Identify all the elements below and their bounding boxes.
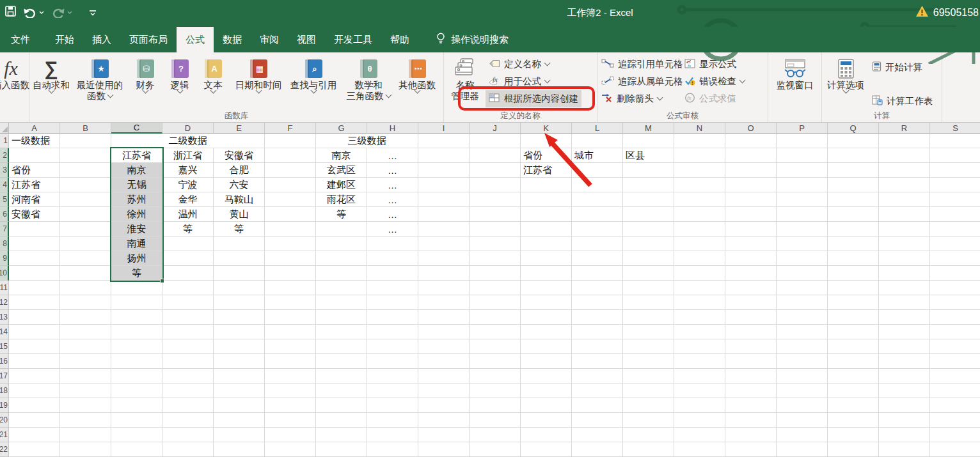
- cell-L20[interactable]: [572, 413, 623, 428]
- cell-I2[interactable]: [418, 148, 470, 163]
- cell-J15[interactable]: [470, 339, 521, 354]
- cell-D18[interactable]: [162, 383, 214, 398]
- cell-N15[interactable]: [674, 339, 725, 354]
- cell-G8[interactable]: [316, 236, 367, 251]
- cell-I9[interactable]: [418, 251, 470, 266]
- cell-M7[interactable]: [623, 222, 674, 236]
- cell-A22[interactable]: [9, 442, 60, 457]
- cell-G20[interactable]: [316, 413, 367, 428]
- cell-F22[interactable]: [265, 442, 316, 457]
- cell-K6[interactable]: [521, 207, 572, 222]
- cell-K8[interactable]: [521, 236, 572, 251]
- cell-M13[interactable]: [623, 310, 674, 325]
- cell-N8[interactable]: [674, 236, 725, 251]
- cell-D10[interactable]: [162, 266, 214, 281]
- column-header-B[interactable]: B: [60, 123, 111, 134]
- create-from-selection-button[interactable]: 根据所选内容创建: [486, 90, 581, 107]
- cell-I15[interactable]: [418, 339, 470, 354]
- tab-开始[interactable]: 开始: [46, 27, 83, 52]
- cell-Q7[interactable]: [828, 222, 879, 236]
- cell-Q15[interactable]: [828, 339, 879, 354]
- cell-E8[interactable]: [214, 236, 265, 251]
- cell-J5[interactable]: [470, 192, 521, 207]
- cell-C14[interactable]: [111, 325, 162, 339]
- cell-R20[interactable]: [879, 413, 930, 428]
- cell-L3[interactable]: [572, 163, 623, 178]
- cell-P16[interactable]: [777, 354, 828, 369]
- cell-E16[interactable]: [214, 354, 265, 369]
- cell-K22[interactable]: [521, 442, 572, 457]
- cell-P20[interactable]: [777, 413, 828, 428]
- cell-K15[interactable]: [521, 339, 572, 354]
- cell-R5[interactable]: [879, 192, 930, 207]
- logical-button[interactable]: ?逻辑: [163, 54, 196, 109]
- cell-N22[interactable]: [674, 442, 725, 457]
- cell-N3[interactable]: [674, 163, 725, 178]
- cell-H21[interactable]: [367, 428, 418, 442]
- trace-dependents-button[interactable]: 追踪从属单元格: [598, 73, 681, 90]
- cell-M3[interactable]: [623, 163, 674, 178]
- cell-I12[interactable]: [418, 295, 470, 310]
- cell-L19[interactable]: [572, 398, 623, 413]
- cell-E15[interactable]: [214, 339, 265, 354]
- cell-S12[interactable]: [930, 295, 980, 310]
- cell-L17[interactable]: [572, 369, 623, 383]
- cell-D22[interactable]: [162, 442, 214, 457]
- cell-C20[interactable]: [111, 413, 162, 428]
- cell-C21[interactable]: [111, 428, 162, 442]
- cell-J14[interactable]: [470, 325, 521, 339]
- cell-J8[interactable]: [470, 236, 521, 251]
- cell-N13[interactable]: [674, 310, 725, 325]
- row-header-22[interactable]: 22: [0, 442, 9, 457]
- cell-F3[interactable]: [265, 163, 316, 178]
- cell-G21[interactable]: [316, 428, 367, 442]
- cell-H19[interactable]: [367, 398, 418, 413]
- row-header-13[interactable]: 13: [0, 310, 9, 325]
- tab-帮助[interactable]: 帮助: [381, 27, 418, 52]
- cell-H6[interactable]: …: [367, 207, 418, 222]
- cell-Q3[interactable]: [828, 163, 879, 178]
- cell-M6[interactable]: [623, 207, 674, 222]
- column-header-C[interactable]: C: [111, 123, 162, 134]
- row-header-16[interactable]: 16: [0, 354, 9, 369]
- cell-C19[interactable]: [111, 398, 162, 413]
- cell-J4[interactable]: [470, 178, 521, 192]
- cell-E21[interactable]: [214, 428, 265, 442]
- autosum-button[interactable]: ∑自动求和: [30, 54, 72, 109]
- cell-Q14[interactable]: [828, 325, 879, 339]
- cell-R12[interactable]: [879, 295, 930, 310]
- cell-G3[interactable]: 玄武区: [316, 163, 367, 178]
- cell-B11[interactable]: [60, 281, 111, 295]
- cell-K12[interactable]: [521, 295, 572, 310]
- cell-K2[interactable]: 省份: [521, 148, 572, 163]
- cell-A8[interactable]: [9, 236, 60, 251]
- cell-L2[interactable]: 城市: [572, 148, 623, 163]
- cell-P3[interactable]: [777, 163, 828, 178]
- cell-G15[interactable]: [316, 339, 367, 354]
- cell-R8[interactable]: [879, 236, 930, 251]
- cell-F21[interactable]: [265, 428, 316, 442]
- name-manager-button[interactable]: 名称 管理器: [445, 54, 486, 109]
- use-in-formula-button[interactable]: fx用于公式: [486, 73, 581, 90]
- cell-H4[interactable]: …: [367, 178, 418, 192]
- select-all-corner[interactable]: [0, 123, 9, 134]
- cell-M15[interactable]: [623, 339, 674, 354]
- cell-G5[interactable]: 雨花区: [316, 192, 367, 207]
- cell-D8[interactable]: [162, 236, 214, 251]
- recently-used-button[interactable]: ★最近使用的函数: [72, 54, 127, 109]
- cell-I11[interactable]: [418, 281, 470, 295]
- column-header-O[interactable]: O: [725, 123, 777, 134]
- cell-D16[interactable]: [162, 354, 214, 369]
- cell-A18[interactable]: [9, 383, 60, 398]
- cell-R3[interactable]: [879, 163, 930, 178]
- cell-M2[interactable]: 区县: [623, 148, 674, 163]
- cell-B10[interactable]: [60, 266, 111, 281]
- cell-F6[interactable]: [265, 207, 316, 222]
- cell-Q21[interactable]: [828, 428, 879, 442]
- cell-K20[interactable]: [521, 413, 572, 428]
- cell-C2[interactable]: 江苏省: [111, 148, 162, 163]
- cell-R14[interactable]: [879, 325, 930, 339]
- cell-D11[interactable]: [162, 281, 214, 295]
- cell-J13[interactable]: [470, 310, 521, 325]
- cell-O4[interactable]: [725, 178, 777, 192]
